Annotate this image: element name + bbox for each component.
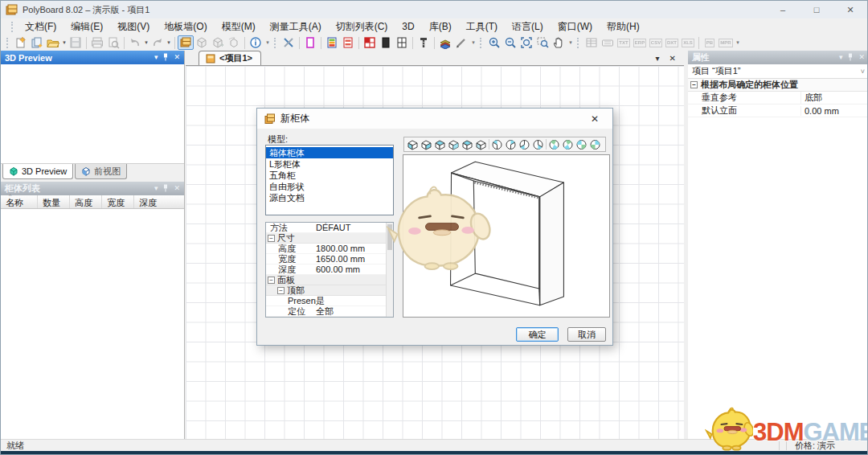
properties-menu-icon[interactable]: ▾ — [839, 54, 843, 61]
menu-item-view[interactable]: 视图(V) — [110, 18, 157, 35]
zoom-out-icon[interactable] — [502, 35, 518, 50]
cube-3d-icon[interactable] — [194, 35, 210, 50]
export-mpr-icon[interactable]: MPR — [718, 35, 734, 50]
group-panels[interactable]: −面板 — [266, 275, 393, 285]
new-document-icon[interactable] — [13, 35, 29, 50]
menu-item-edit[interactable]: 编辑(E) — [63, 18, 110, 35]
maximize-button[interactable]: □ — [800, 1, 833, 18]
collapse-icon[interactable]: − — [268, 277, 275, 284]
plan-view-icon[interactable] — [362, 35, 378, 50]
info-icon[interactable] — [248, 35, 264, 50]
export-erp-icon[interactable]: ERP — [632, 35, 648, 50]
undo-icon[interactable] — [127, 35, 143, 50]
column-quantity[interactable]: 数量 — [38, 195, 70, 208]
redo-dropdown-icon[interactable]: ▾ — [166, 39, 172, 46]
export-txt-icon[interactable]: TXT — [616, 35, 632, 50]
material-layers-icon[interactable] — [437, 35, 453, 50]
view-top-icon[interactable] — [461, 138, 474, 150]
tab-front-view[interactable]: 前视图 — [75, 164, 127, 179]
menu-item-measure-tools[interactable]: 测量工具(A) — [263, 18, 329, 35]
menu-item-model[interactable]: 模型(M) — [215, 18, 263, 35]
cancel-button[interactable]: 取消 — [567, 327, 606, 342]
collapse-icon[interactable]: − — [268, 235, 275, 242]
collapse-icon[interactable]: − — [277, 287, 285, 294]
preview-close-icon[interactable]: ✕ — [174, 54, 180, 61]
cabinet-preview[interactable] — [403, 154, 610, 318]
redo-icon[interactable] — [149, 35, 166, 50]
edge-pencil-icon[interactable] — [453, 35, 469, 50]
column-depth[interactable]: 深度 — [134, 195, 166, 208]
machining-tools-icon[interactable] — [280, 35, 297, 50]
cabinet-list-close-icon[interactable]: ✕ — [174, 185, 180, 192]
menu-item-file[interactable]: 文档(F) — [18, 18, 63, 35]
menu-item-window[interactable]: 窗口(W) — [551, 18, 600, 35]
menu-item-tools[interactable]: 工具(T) — [459, 18, 505, 35]
grid-scrollbar[interactable] — [386, 223, 393, 317]
preview-menu-icon[interactable]: ▾ — [154, 54, 158, 61]
panel-grid-icon[interactable] — [394, 35, 410, 50]
cabinet-list-pin-icon[interactable] — [162, 184, 169, 194]
ok-button[interactable]: 确定 — [516, 327, 559, 342]
menu-item-3d[interactable]: 3D — [395, 19, 421, 34]
open-dropdown-icon[interactable]: ▾ — [61, 39, 68, 46]
new-cabinet-icon[interactable] — [178, 35, 194, 50]
view-bottom-icon[interactable] — [474, 138, 488, 150]
dialog-close-icon[interactable]: ✕ — [584, 113, 605, 125]
save-icon[interactable] — [68, 35, 84, 50]
new-project-icon[interactable] — [29, 35, 45, 50]
toolbar-overflow-icon-4[interactable]: ▾ — [734, 39, 742, 46]
list-item-free-shape[interactable]: 自由形状 — [266, 181, 393, 192]
properties-object-selector[interactable]: 项目 “项目1” ˅ — [688, 64, 868, 79]
tab-close-icon[interactable]: ✕ — [669, 54, 676, 63]
menu-item-help[interactable]: 帮助(H) — [600, 18, 647, 35]
rotate-left-icon[interactable] — [547, 138, 561, 150]
export-csv-icon[interactable]: CSV — [648, 35, 664, 50]
menu-item-floor-wall[interactable]: 地板墙(O) — [157, 18, 214, 35]
list-item-l-shaped-cabinet[interactable]: L形柜体 — [266, 158, 393, 170]
preview-3d-viewport[interactable] — [1, 64, 184, 164]
pan-hand-icon[interactable] — [551, 35, 567, 50]
menu-item-cutting-list[interactable]: 切割列表(C) — [329, 18, 395, 35]
column-width[interactable]: 宽度 — [102, 195, 134, 208]
cabinet-list-menu-icon[interactable]: ▾ — [154, 185, 158, 192]
properties-group-header[interactable]: − 根据布局确定的柜体位置 — [688, 79, 868, 92]
menu-item-library[interactable]: 库(B) — [422, 18, 459, 35]
view-back-icon[interactable] — [420, 138, 433, 150]
view-left-icon[interactable] — [433, 138, 447, 150]
panel-style-icon[interactable] — [302, 35, 318, 50]
view-iso-front-left-icon[interactable] — [490, 138, 504, 150]
cube-rotate-icon[interactable] — [226, 35, 242, 50]
export-pb-icon[interactable]: PB — [702, 35, 718, 50]
zoom-fit-icon[interactable] — [518, 35, 534, 50]
undo-dropdown-icon[interactable]: ▾ — [143, 39, 149, 46]
material-colors-icon[interactable] — [324, 35, 340, 50]
view-iso-back-left-icon[interactable] — [518, 138, 531, 150]
cabinet-list-body[interactable] — [1, 209, 184, 439]
view-iso-front-right-icon[interactable] — [504, 138, 518, 150]
toolbar-overflow-icon-3[interactable]: ▾ — [567, 39, 575, 46]
tab-3d-preview[interactable]: 3D Preview — [2, 164, 73, 179]
menu-item-language[interactable]: 语言(L) — [505, 18, 551, 35]
zoom-in-icon[interactable] — [486, 35, 502, 50]
preview-pin-icon[interactable] — [162, 53, 169, 63]
view-front-icon[interactable] — [406, 138, 420, 150]
tab-project1[interactable]: <项目1> — [199, 51, 261, 65]
list-item-corner-cabinet[interactable]: 五角柜 — [266, 170, 393, 181]
list-item-from-document[interactable]: 源自文档 — [266, 192, 393, 203]
panel-dark-icon[interactable] — [378, 35, 394, 50]
material-lines-icon[interactable] — [340, 35, 356, 50]
open-folder-icon[interactable] — [45, 35, 61, 50]
view-right-icon[interactable] — [447, 138, 461, 150]
tab-scroll-icon[interactable]: ▾ — [656, 54, 660, 63]
cube-copy-icon[interactable] — [210, 35, 226, 50]
view-iso-back-right-icon[interactable] — [531, 138, 545, 150]
toolbar-overflow-icon-2[interactable]: ▾ — [469, 39, 477, 46]
export-dxt-icon[interactable]: DXT — [664, 35, 680, 50]
minimize-button[interactable]: – — [766, 1, 800, 18]
rotate-down-icon[interactable] — [588, 138, 602, 150]
collapse-icon[interactable]: − — [690, 81, 698, 88]
zoom-window-icon[interactable] — [534, 35, 551, 50]
column-height[interactable]: 高度 — [70, 195, 102, 208]
print-icon[interactable] — [89, 35, 105, 50]
close-button[interactable]: ✕ — [833, 1, 867, 18]
